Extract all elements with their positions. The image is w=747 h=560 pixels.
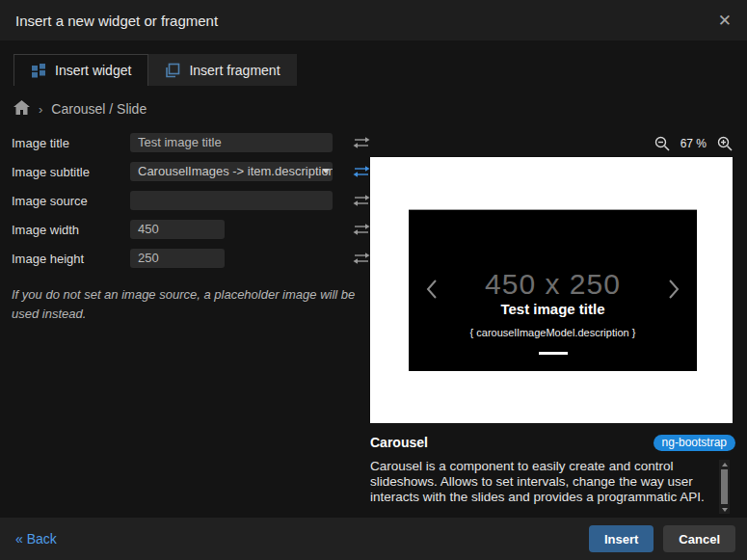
form-row-image-width: Image width xyxy=(12,220,370,239)
widget-grid-icon xyxy=(31,63,46,78)
swap-arrows-icon xyxy=(353,252,370,265)
tab-insert-fragment-label: Insert fragment xyxy=(189,63,280,78)
tab-insert-widget[interactable]: Insert widget xyxy=(13,54,148,86)
swap-arrows-icon xyxy=(353,136,370,149)
form-row-image-source: Image source xyxy=(12,191,370,210)
scrollbar-thumb[interactable] xyxy=(721,469,728,504)
widget-description: Carousel is a component to easily create… xyxy=(370,459,715,506)
back-link[interactable]: « Back xyxy=(15,531,57,547)
tab-insert-fragment[interactable]: Insert fragment xyxy=(148,54,296,86)
image-title-input[interactable] xyxy=(130,133,333,152)
swap-arrows-icon xyxy=(353,223,370,236)
tab-insert-widget-label: Insert widget xyxy=(55,63,131,78)
scroll-up-icon[interactable] xyxy=(722,460,728,468)
widget-preview-panel: 450 x 250 Test image title { carouselIma… xyxy=(370,157,733,423)
breadcrumb: › Carousel / Slide xyxy=(13,100,147,118)
zoom-level: 67 % xyxy=(680,137,707,150)
close-icon[interactable]: ✕ xyxy=(718,13,732,29)
widget-name: Carousel xyxy=(370,435,428,450)
widget-library-badge: ng-bootstrap xyxy=(654,435,735,451)
insert-button[interactable]: Insert xyxy=(589,525,654,552)
swap-arrows-icon-active xyxy=(353,165,370,178)
dialog-titlebar: Insert a new widget or fragment ✕ xyxy=(0,0,747,40)
image-width-bind-toggle[interactable] xyxy=(351,223,370,236)
form-row-image-height: Image height xyxy=(12,249,370,268)
dialog-footer: « Back Insert Cancel xyxy=(0,518,747,560)
fragment-copy-icon xyxy=(165,63,180,78)
carousel-slide-title: Test image title xyxy=(409,301,697,317)
chevron-down-icon xyxy=(322,169,330,173)
zoom-in-icon[interactable] xyxy=(717,136,733,151)
preview-zoom-bar: 67 % xyxy=(370,133,733,154)
image-subtitle-select[interactable]: CarouselImages -> item.description xyxy=(130,162,333,181)
placeholder-note: If you do not set an image source, a pla… xyxy=(12,285,370,323)
form-row-image-subtitle: Image subtitle CarouselImages -> item.de… xyxy=(12,162,370,181)
carousel-indicator[interactable] xyxy=(539,352,568,355)
breadcrumb-separator: › xyxy=(39,102,42,117)
image-source-bind-toggle[interactable] xyxy=(351,194,370,207)
tab-bar: Insert widget Insert fragment xyxy=(13,54,297,86)
carousel-preview: 450 x 250 Test image title { carouselIma… xyxy=(409,209,697,371)
insert-widget-dialog: Insert a new widget or fragment ✕ Insert… xyxy=(0,0,747,560)
image-subtitle-bind-toggle[interactable] xyxy=(351,165,370,178)
cancel-button[interactable]: Cancel xyxy=(663,525,735,552)
home-icon[interactable] xyxy=(13,100,30,118)
image-source-label: Image source xyxy=(12,194,130,208)
carousel-slide-subtitle: { carouselImageModel.description } xyxy=(409,327,697,338)
image-subtitle-label: Image subtitle xyxy=(12,165,130,179)
image-width-input[interactable] xyxy=(130,220,225,239)
image-height-bind-toggle[interactable] xyxy=(351,252,370,265)
carousel-placeholder-text: 450 x 250 xyxy=(409,268,697,301)
image-title-label: Image title xyxy=(12,136,130,150)
swap-arrows-icon xyxy=(353,194,370,207)
image-title-bind-toggle[interactable] xyxy=(351,136,370,149)
scroll-down-icon[interactable] xyxy=(722,505,728,514)
image-width-label: Image width xyxy=(12,223,130,237)
image-source-input[interactable] xyxy=(130,191,333,210)
zoom-out-icon[interactable] xyxy=(654,136,670,151)
dialog-title: Insert a new widget or fragment xyxy=(15,13,218,29)
description-scrollbar[interactable] xyxy=(719,460,730,514)
breadcrumb-path: Carousel / Slide xyxy=(51,101,147,117)
widget-config-form: Image title Image subtitle CarouselImage… xyxy=(12,133,370,278)
form-row-image-title: Image title xyxy=(12,133,370,152)
image-height-label: Image height xyxy=(12,252,130,266)
image-height-input[interactable] xyxy=(130,249,225,268)
